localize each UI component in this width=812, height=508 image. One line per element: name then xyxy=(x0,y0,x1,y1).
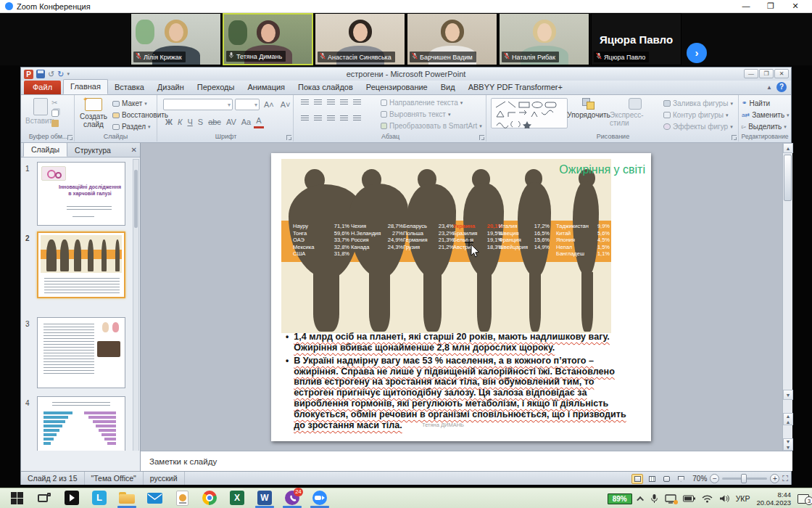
numbering-icon[interactable] xyxy=(314,99,322,106)
shape-outline-button[interactable]: Контур фигуры▾ xyxy=(663,110,733,120)
keyboard-language[interactable]: УКР xyxy=(736,494,750,503)
zoom-out-button[interactable]: − xyxy=(710,474,719,483)
font-name-select[interactable]: ▾ xyxy=(163,99,233,110)
replace-button[interactable]: a⇄Заменить▾ xyxy=(742,110,790,120)
zoom-in-button[interactable]: + xyxy=(770,474,779,483)
ribbon-tab-анимация[interactable]: Анимация xyxy=(241,81,291,94)
viber-icon[interactable]: 24 xyxy=(281,489,303,507)
chrome-icon[interactable] xyxy=(199,489,220,507)
char-spacing-button[interactable]: AV xyxy=(224,116,239,128)
drawing-dialog-launcher[interactable] xyxy=(732,135,737,140)
grow-font-button[interactable]: A˄ xyxy=(262,99,276,110)
quick-styles-button[interactable]: Экспресс-стили xyxy=(610,98,660,127)
zoom-icon[interactable] xyxy=(309,489,331,507)
volume-icon[interactable] xyxy=(719,494,729,503)
scrollbar-thumb[interactable] xyxy=(784,155,792,201)
italic-button[interactable]: К xyxy=(175,116,184,128)
paragraph-dialog-launcher[interactable] xyxy=(479,135,484,140)
align-left-icon[interactable] xyxy=(301,115,309,122)
scroll-up-icon[interactable]: ▲ xyxy=(783,143,793,153)
participant-tile[interactable]: Наталія Рибак xyxy=(499,13,589,65)
save-button[interactable] xyxy=(36,70,45,78)
slide-thumbnail-3[interactable] xyxy=(37,317,125,388)
font-size-select[interactable]: ▾ xyxy=(235,99,260,110)
battery-icon[interactable] xyxy=(683,495,695,502)
wifi-icon[interactable] xyxy=(702,495,713,503)
participant-tile[interactable]: Лілія Крижак xyxy=(130,13,221,65)
tab-outline[interactable]: Структура xyxy=(67,144,118,157)
vertical-scrollbar[interactable]: ▲ ▼ ▲▲ ▼▼ xyxy=(782,143,792,451)
participant-tile[interactable]: Яцюра Павло Яцюра Павло xyxy=(591,13,682,65)
participant-tile[interactable]: Барчишен Вадим xyxy=(407,13,497,65)
slideshow-view-button[interactable] xyxy=(675,474,687,484)
zoom-maximize-button[interactable]: ❐ xyxy=(760,0,782,13)
scroll-down-icon[interactable]: ▼ xyxy=(783,390,793,400)
bold-button[interactable]: Ж xyxy=(163,116,175,128)
redo-button[interactable]: ↻ xyxy=(57,70,64,78)
align-center-icon[interactable] xyxy=(314,115,322,122)
ppt-minimize-button[interactable]: — xyxy=(744,69,758,78)
next-participants-button[interactable]: › xyxy=(687,43,707,63)
slide-title[interactable]: Ожиріння у світі xyxy=(559,163,645,176)
shrink-font-button[interactable]: A˅ xyxy=(278,99,293,110)
shadow-button[interactable]: S xyxy=(196,116,205,128)
impress-icon[interactable] xyxy=(171,489,193,507)
status-language[interactable]: русский xyxy=(144,472,185,485)
qat-customize-dropdown[interactable]: ▾ xyxy=(67,71,70,77)
slide-thumbnail-1[interactable]: Інноваційні дослідження в харчовій галуз… xyxy=(37,162,125,226)
zoom-slider[interactable] xyxy=(722,478,767,480)
next-slide-button[interactable]: ▼▼ xyxy=(783,438,793,451)
shape-fill-button[interactable]: Заливка фигуры▾ xyxy=(663,99,733,108)
explorer-icon[interactable] xyxy=(116,489,138,507)
format-painter-icon[interactable] xyxy=(51,120,59,127)
ribbon-tab-вид[interactable]: Вид xyxy=(434,81,462,94)
cut-icon[interactable]: ✂ xyxy=(51,99,59,107)
ribbon-tab-переходы[interactable]: Переходы xyxy=(191,81,241,94)
underline-button[interactable]: Ч xyxy=(185,116,194,128)
columns-icon[interactable] xyxy=(353,115,361,122)
convert-smartart-button[interactable]: Преобразовать в SmartArt▾ xyxy=(381,121,482,131)
movies-icon[interactable] xyxy=(61,489,83,507)
ribbon-tab-вставка[interactable]: Вставка xyxy=(108,81,151,94)
slide-sorter-view-button[interactable] xyxy=(646,474,658,484)
ribbon-tab-дизайн[interactable]: Дизайн xyxy=(151,81,191,94)
slide-canvas[interactable]: Науру71,1%Тонга59,6%ОАЭ33,7%Мексика32,8%… xyxy=(271,153,651,441)
find-button[interactable]: ⚭Найти xyxy=(742,99,790,108)
participant-tile[interactable]: >Тетяна Димань xyxy=(223,13,313,65)
line-spacing-icon[interactable] xyxy=(353,99,361,106)
text-direction-button[interactable]: Направление текста▾ xyxy=(381,98,482,107)
decrease-indent-icon[interactable] xyxy=(327,99,335,106)
ppt-close-button[interactable]: ✕ xyxy=(774,69,789,78)
select-button[interactable]: ▻Выделить▾ xyxy=(742,122,790,131)
previous-slide-button[interactable]: ▲▲ xyxy=(783,413,793,425)
collapse-ribbon-icon[interactable]: ▲ xyxy=(766,84,772,91)
lightshot-icon[interactable]: L xyxy=(88,489,110,507)
microphone-icon[interactable] xyxy=(650,493,658,504)
fit-to-window-icon[interactable]: ⛶ xyxy=(782,474,788,483)
tray-expand-icon[interactable] xyxy=(639,496,644,501)
tab-slides[interactable]: Слайды xyxy=(23,142,67,157)
font-color-button[interactable]: A xyxy=(254,115,263,128)
action-center-icon[interactable]: 3 xyxy=(798,494,809,504)
change-case-button[interactable]: Aa xyxy=(239,116,253,128)
align-right-icon[interactable] xyxy=(327,115,335,122)
start-icon[interactable] xyxy=(6,489,28,507)
increase-indent-icon[interactable] xyxy=(340,99,348,106)
status-theme[interactable]: "Тема Office" xyxy=(85,472,144,485)
panel-scrollbar[interactable] xyxy=(133,159,139,470)
font-dialog-launcher[interactable] xyxy=(286,135,291,140)
new-slide-button[interactable]: ✦ Создать слайд xyxy=(76,98,111,128)
ppt-restore-button[interactable]: ❐ xyxy=(759,69,774,78)
ribbon-tab-рецензирование[interactable]: Рецензирование xyxy=(360,81,434,94)
screen-share-icon[interactable] xyxy=(665,494,676,504)
reading-view-button[interactable] xyxy=(660,474,672,484)
clock[interactable]: 8:44 20.04.2023 xyxy=(756,491,791,507)
shapes-gallery[interactable] xyxy=(491,98,568,128)
word-icon[interactable]: W xyxy=(254,489,276,507)
help-icon[interactable]: ? xyxy=(776,82,787,92)
shape-effects-button[interactable]: Эффекты фигур▾ xyxy=(663,122,733,131)
bullets-icon[interactable] xyxy=(301,99,309,106)
normal-view-button[interactable] xyxy=(631,474,643,484)
ribbon-tab-abbyy-pdf-transformer-[interactable]: ABBYY PDF Transformer+ xyxy=(462,81,569,94)
excel-icon[interactable]: X xyxy=(226,489,248,507)
